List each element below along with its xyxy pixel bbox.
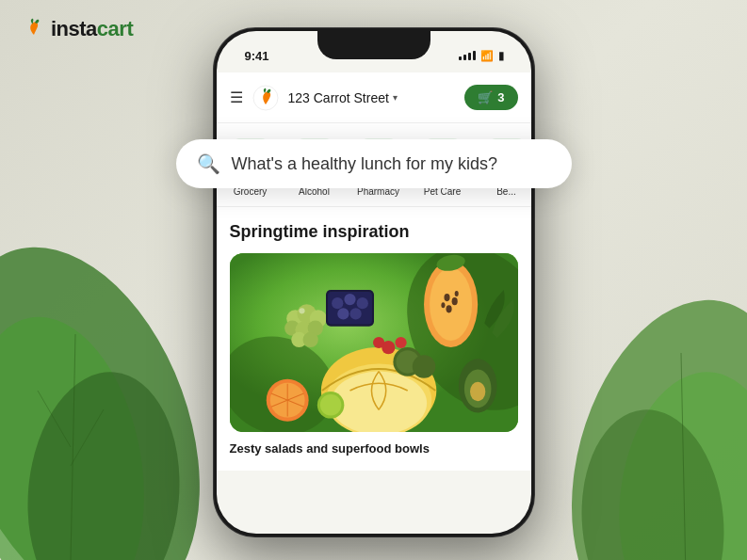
svg-point-38: [441, 302, 445, 308]
svg-point-42: [331, 372, 427, 432]
carrot-logo-icon: [23, 18, 45, 40]
signal-icon: [459, 51, 476, 60]
svg-point-29: [356, 297, 367, 309]
cart-button[interactable]: 🛒 3: [464, 85, 517, 110]
leaf-decoration-left: [0, 165, 226, 560]
svg-point-52: [319, 394, 340, 415]
svg-point-50: [412, 355, 434, 377]
hamburger-menu-icon[interactable]: ☰: [230, 88, 243, 106]
cart-icon: 🛒: [478, 90, 493, 104]
svg-point-27: [332, 297, 343, 309]
carrot-nav-icon: [252, 85, 279, 111]
svg-point-57: [395, 337, 406, 348]
svg-point-28: [344, 294, 355, 305]
svg-point-55: [470, 382, 485, 401]
wifi-icon: 📶: [480, 50, 494, 62]
address-chevron-icon: ▾: [393, 92, 398, 103]
phone-notch: [317, 31, 430, 59]
svg-point-33: [430, 267, 472, 341]
svg-point-37: [454, 291, 458, 296]
svg-point-34: [444, 294, 449, 301]
svg-point-23: [302, 332, 317, 347]
logo-text: instacart: [51, 17, 133, 41]
image-caption: Zesty salads and superfood bowls: [230, 441, 518, 456]
address-area[interactable]: 123 Carrot Street ▾: [288, 90, 456, 105]
section-title: Springtime inspiration: [230, 222, 518, 242]
search-placeholder: What's a healthy lunch for my kids?: [232, 154, 498, 174]
instacart-logo: instacart: [23, 17, 133, 41]
svg-point-35: [451, 297, 457, 305]
svg-point-24: [299, 308, 304, 313]
svg-point-30: [337, 308, 349, 319]
svg-point-36: [446, 305, 451, 312]
battery-icon: ▮: [498, 49, 505, 62]
status-icons: 📶 ▮: [459, 49, 505, 62]
svg-point-31: [349, 308, 361, 319]
inspiration-image[interactable]: [230, 253, 518, 432]
cart-count: 3: [497, 90, 504, 104]
svg-point-58: [372, 337, 383, 348]
search-icon: 🔍: [197, 152, 220, 175]
search-bar[interactable]: 🔍 What's a healthy lunch for my kids?: [176, 139, 572, 188]
leaf-decoration-right: [549, 240, 747, 560]
address-text: 123 Carrot Street: [288, 90, 389, 105]
status-time: 9:41: [245, 49, 269, 63]
phone-mockup: 9:41 📶 ▮ ☰: [214, 28, 534, 536]
nav-bar: ☰ 123 Carrot Street ▾ 🛒 3: [217, 72, 531, 123]
main-content: Springtime inspiration: [217, 207, 531, 471]
